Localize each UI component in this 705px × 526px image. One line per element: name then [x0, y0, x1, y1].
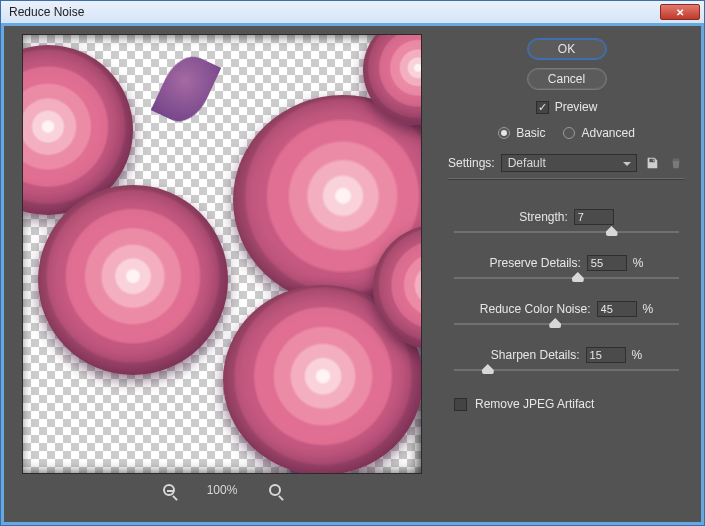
close-button[interactable]: ✕ [660, 4, 700, 20]
dialog-body: 100% OK Cancel Preview Basic Advanced [1, 23, 704, 525]
strength-row: Strength: [454, 209, 679, 233]
window-title: Reduce Noise [9, 5, 660, 19]
delete-preset-button [667, 154, 685, 172]
remove-jpeg-artifact-toggle[interactable]: Remove JPEG Artifact [448, 397, 685, 411]
settings-label: Settings: [448, 156, 495, 170]
strength-label: Strength: [519, 210, 568, 224]
reduce-color-noise-row: Reduce Color Noise: % [454, 301, 679, 325]
zoom-in-button[interactable] [265, 480, 285, 500]
zoom-out-button[interactable] [159, 480, 179, 500]
zoom-bar: 100% [159, 480, 286, 500]
titlebar: Reduce Noise ✕ [1, 1, 704, 23]
remove-jpeg-artifact-checkbox[interactable] [454, 398, 467, 411]
sharpen-details-slider[interactable] [454, 369, 679, 371]
basic-radio[interactable]: Basic [498, 126, 545, 140]
zoom-level: 100% [207, 483, 238, 497]
zoom-out-icon [163, 484, 175, 496]
slider-thumb[interactable] [482, 364, 494, 374]
reduce-color-noise-slider[interactable] [454, 323, 679, 325]
save-preset-icon [645, 156, 659, 170]
controls-pane: OK Cancel Preview Basic Advanced Setting… [440, 34, 693, 514]
preserve-details-input[interactable] [587, 255, 627, 271]
settings-row: Settings: Default [448, 154, 685, 172]
preview-checkbox[interactable] [536, 101, 549, 114]
preserve-details-label: Preserve Details: [489, 256, 580, 270]
remove-jpeg-artifact-label: Remove JPEG Artifact [475, 397, 594, 411]
reduce-noise-dialog: Reduce Noise ✕ 100% O [0, 0, 705, 526]
save-preset-button[interactable] [643, 154, 661, 172]
cancel-button[interactable]: Cancel [527, 68, 607, 90]
image-content [151, 48, 221, 129]
preview-toggle[interactable]: Preview [536, 100, 598, 114]
radio-icon [563, 127, 575, 139]
preview-canvas[interactable] [22, 34, 422, 474]
preserve-details-row: Preserve Details: % [454, 255, 679, 279]
divider [448, 178, 685, 179]
sliders-group: Strength: Preserve Details: % [448, 209, 685, 393]
mode-row: Basic Advanced [498, 126, 635, 140]
preview-pane: 100% [12, 34, 432, 514]
image-content [38, 185, 228, 375]
zoom-in-icon [269, 484, 281, 496]
sharpen-details-input[interactable] [586, 347, 626, 363]
reduce-color-noise-label: Reduce Color Noise: [480, 302, 591, 316]
ok-button[interactable]: OK [527, 38, 607, 60]
preserve-details-slider[interactable] [454, 277, 679, 279]
advanced-radio[interactable]: Advanced [563, 126, 634, 140]
sharpen-details-label: Sharpen Details: [491, 348, 580, 362]
settings-select[interactable]: Default [501, 154, 637, 172]
strength-slider[interactable] [454, 231, 679, 233]
slider-thumb[interactable] [572, 272, 584, 282]
strength-input[interactable] [574, 209, 614, 225]
preview-label: Preview [555, 100, 598, 114]
radio-icon [498, 127, 510, 139]
slider-thumb[interactable] [606, 226, 618, 236]
slider-thumb[interactable] [549, 318, 561, 328]
sharpen-details-row: Sharpen Details: % [454, 347, 679, 371]
reduce-color-noise-input[interactable] [597, 301, 637, 317]
trash-icon [669, 156, 683, 170]
